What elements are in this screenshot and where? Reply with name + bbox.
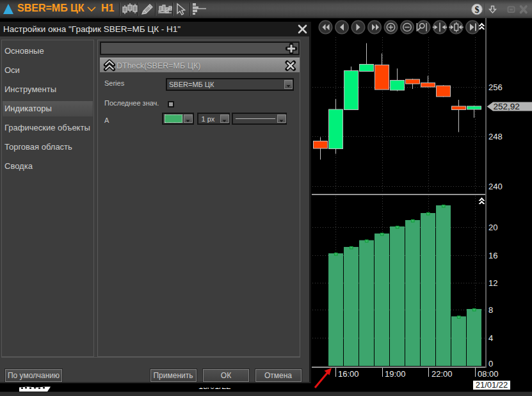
svg-text:252,92: 252,92 xyxy=(494,102,520,111)
svg-text:$: $ xyxy=(474,4,479,15)
